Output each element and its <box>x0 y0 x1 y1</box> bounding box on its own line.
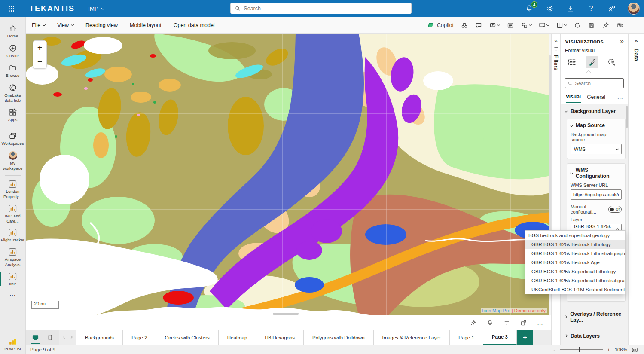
copilot-button[interactable]: Copilot <box>427 22 454 29</box>
focus-mode-icon[interactable] <box>520 320 527 326</box>
notifications-bell-icon[interactable]: 4 <box>525 4 534 13</box>
global-search[interactable] <box>230 3 412 14</box>
shapes-icon[interactable] <box>521 22 531 29</box>
page-tab-page-1[interactable]: Page 1 <box>450 330 483 345</box>
page-tab-backgrounds[interactable]: Backgrounds <box>76 330 123 345</box>
data-pane-label[interactable]: Data <box>633 49 640 61</box>
attribution-link[interactable]: Icon Map Pro <box>482 308 510 313</box>
zoom-in-button[interactable]: + <box>607 347 610 353</box>
section-overlays-reference-layers[interactable]: Overlays / Reference Lay... <box>561 306 628 328</box>
map-zoom-in-button[interactable]: + <box>33 41 46 55</box>
pin-visual-icon[interactable] <box>470 320 476 326</box>
page-tab-page-2[interactable]: Page 2 <box>123 330 156 345</box>
previous-page-icon[interactable] <box>63 336 66 339</box>
next-page-icon[interactable] <box>70 336 73 339</box>
wms-server-url-input[interactable] <box>571 189 622 200</box>
page-tab-images-reference-layer[interactable]: Images & Reference Layer <box>374 330 450 345</box>
comment-icon[interactable] <box>475 22 482 29</box>
format-search-input[interactable] <box>575 81 621 86</box>
layer-option-group[interactable]: BGS bedrock and superficial geology <box>525 231 625 240</box>
sidebar-item-my-workspace[interactable]: My workspace <box>0 149 26 174</box>
desktop-view-icon[interactable] <box>31 332 40 343</box>
page-tab-h3-hexagons[interactable]: H3 Hexagons <box>256 330 304 345</box>
more-options-icon[interactable]: … <box>631 22 637 29</box>
format-mode-icon[interactable] <box>586 56 598 68</box>
visual-interactions-icon[interactable] <box>539 22 549 29</box>
sidebar-item-report-airspace[interactable]: Airspace Analysis <box>0 245 26 270</box>
expand-filters-icon[interactable]: « <box>552 34 560 45</box>
sidebar-item-workspaces[interactable]: Workspaces <box>0 129 26 149</box>
mobile-view-icon[interactable] <box>46 333 54 342</box>
refresh-icon[interactable] <box>574 22 581 29</box>
format-tabs-more-icon[interactable]: ... <box>617 93 623 104</box>
format-pane-scrollbar[interactable] <box>626 106 628 128</box>
page-tab-polygons-with-drilldown[interactable]: Polygons with Drilldown <box>304 330 373 345</box>
help-icon[interactable]: ? <box>586 4 596 13</box>
fit-to-page-icon[interactable] <box>632 347 638 353</box>
map-source-header[interactable]: Map Source <box>571 122 622 128</box>
sidebar-item-create[interactable]: Create <box>0 41 26 61</box>
wms-configuration-header[interactable]: WMS Configuration <box>571 167 622 179</box>
layer-option[interactable]: GBR BGS 1:625k Bedrock Age <box>525 258 625 267</box>
sidebar-item-apps[interactable]: Apps <box>0 105 26 125</box>
sidebar-item-onelake[interactable]: OneLake data hub <box>0 81 26 106</box>
page-tab-heatmap[interactable]: Heatmap <box>219 330 256 345</box>
app-launcher-waffle-icon[interactable] <box>3 0 20 17</box>
text-box-icon[interactable] <box>507 22 514 29</box>
filters-pane-label[interactable]: Filters <box>553 55 559 70</box>
tab-visual[interactable]: Visual <box>566 94 581 103</box>
layer-option[interactable]: GBR BGS 1:625k Superficial Lithostratigr… <box>525 276 625 285</box>
search-input[interactable] <box>244 6 407 12</box>
fields-mode-icon[interactable] <box>566 56 579 68</box>
feedback-icon[interactable] <box>607 4 617 13</box>
sidebar-item-browse[interactable]: Browse <box>0 61 26 81</box>
present-icon[interactable] <box>489 22 500 29</box>
menu-view[interactable]: View <box>57 22 73 28</box>
geology-map[interactable] <box>26 34 551 315</box>
background-map-source-select[interactable]: WMS <box>571 144 622 154</box>
page-tab-circles-with-clusters[interactable]: Circles with Clusters <box>156 330 219 345</box>
alerts-bell-icon[interactable] <box>487 320 493 326</box>
workspace-switcher[interactable]: IMP <box>88 6 104 12</box>
expand-data-icon[interactable]: « <box>629 34 644 45</box>
zoom-slider-handle[interactable] <box>579 347 580 352</box>
map-zoom-out-button[interactable]: − <box>33 55 46 69</box>
page-view-icon[interactable] <box>556 22 567 29</box>
user-avatar[interactable] <box>628 3 640 15</box>
format-search-box[interactable] <box>565 78 624 88</box>
sidebar-item-report-imp[interactable]: IMP <box>0 270 26 289</box>
section-data-layers[interactable]: Data Layers <box>561 328 628 344</box>
pin-icon[interactable] <box>602 22 609 29</box>
sidebar-item-powerbi[interactable]: Power BI <box>0 335 26 354</box>
collapse-visualizations-icon[interactable]: » <box>620 37 624 45</box>
tab-general[interactable]: General <box>587 94 605 103</box>
add-page-button[interactable]: + <box>517 330 533 345</box>
selection-binoculars-icon[interactable] <box>461 22 468 29</box>
menu-file[interactable]: File <box>32 22 45 28</box>
sidebar-item-report-flighttracker[interactable]: FlightTracker <box>0 226 26 245</box>
zoom-slider[interactable] <box>560 349 603 350</box>
save-icon[interactable] <box>588 22 595 29</box>
teams-share-icon[interactable] <box>617 22 623 29</box>
menu-open-data-model[interactable]: Open data model <box>174 22 215 28</box>
menu-mobile-layout[interactable]: Mobile layout <box>130 22 162 28</box>
layer-option[interactable]: GBR BGS 1:625k Bedrock Lithostratigraphy <box>525 249 625 258</box>
sidebar-item-report-imd-care[interactable]: IMD and Care... <box>0 202 26 226</box>
menu-reading-view[interactable]: Reading view <box>85 22 118 28</box>
layer-option[interactable]: GBR BGS 1:625k Superficial Lithology <box>525 267 625 276</box>
sidebar-item-report-london-property[interactable]: London Property... <box>0 177 26 202</box>
visual-filters-icon[interactable] <box>504 320 510 326</box>
layer-option[interactable]: UKContShelf BGS 1:1M Seabed Sediments <box>525 285 625 294</box>
layer-label: Layer <box>571 217 622 222</box>
manual-configuration-toggle[interactable]: Off <box>608 206 622 213</box>
layer-option-selected[interactable]: GBR BGS 1:625k Bedrock Lithology <box>525 240 625 249</box>
page-tab-page-3-active[interactable]: Page 3 <box>483 330 517 345</box>
download-icon[interactable] <box>566 4 575 13</box>
analytics-mode-icon[interactable] <box>605 56 618 68</box>
visual-more-options-icon[interactable]: … <box>537 319 543 326</box>
sidebar-item-home[interactable]: Home <box>0 21 26 41</box>
section-background-layer[interactable]: Background Layer <box>561 104 628 119</box>
zoom-out-button[interactable]: - <box>553 346 555 353</box>
sidebar-more-button[interactable]: ... <box>9 289 16 299</box>
settings-gear-icon[interactable] <box>545 4 555 13</box>
